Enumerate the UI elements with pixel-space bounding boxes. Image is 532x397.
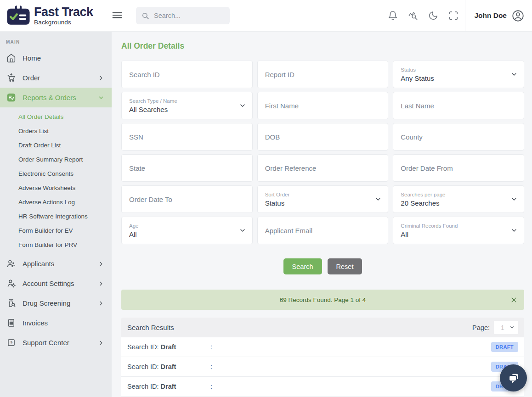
first-name-field[interactable]: [257, 92, 389, 119]
search-id-value: Draft: [161, 383, 176, 390]
sidebar-nav: MAIN Home Order R: [0, 32, 112, 397]
brand-logo[interactable]: Fast Track Backgrounds: [0, 0, 109, 31]
dark-mode-button[interactable]: [424, 7, 442, 25]
result-row[interactable]: Search ID: Draft : DRAFT: [121, 357, 524, 377]
submenu-item-electronic-consents[interactable]: Electronic Consents: [0, 167, 112, 181]
submenu-item-orders-list[interactable]: Orders List: [0, 124, 112, 138]
result-row[interactable]: Search ID: Draft : DRAFT: [121, 377, 524, 397]
sidebar-item-order[interactable]: Order: [0, 68, 112, 88]
applicants-icon: [6, 259, 16, 268]
ssn-field[interactable]: [121, 123, 253, 151]
applicant-email-field[interactable]: [257, 217, 389, 244]
main-content: All Order Details Status Any Status Sear…: [112, 32, 532, 397]
notifications-button[interactable]: [384, 7, 402, 25]
search-type-label: Search Type / Name: [129, 98, 245, 104]
status-select[interactable]: Status Any Status: [393, 61, 524, 88]
global-search-input[interactable]: [153, 11, 224, 20]
sidebar-item-invoices[interactable]: Invoices: [0, 313, 112, 333]
logo-text: Fast Track Backgrounds: [34, 6, 93, 26]
searches-per-page-value: 20 Searches: [401, 199, 516, 207]
search-id-cell: Search ID: Draft: [127, 363, 210, 370]
page-select[interactable]: 1: [494, 321, 518, 334]
chevron-down-icon: [98, 95, 104, 101]
chevron-down-icon: [239, 102, 246, 109]
submenu-item-hr-software-integrations[interactable]: HR Software Integrations: [0, 209, 112, 224]
global-search[interactable]: [136, 7, 230, 24]
search-id-label: Search ID:: [127, 363, 159, 370]
ssn-input[interactable]: [129, 133, 245, 141]
search-id-value: Draft: [161, 343, 176, 351]
searches-per-page-select[interactable]: Searches per page 20 Searches: [393, 185, 524, 213]
dob-field[interactable]: [257, 123, 389, 151]
sidebar-item-applicants[interactable]: Applicants: [0, 254, 112, 274]
page-title: All Order Details: [121, 41, 524, 51]
dob-input[interactable]: [265, 133, 381, 141]
order-date-from-input[interactable]: [401, 164, 516, 172]
menu-toggle-button[interactable]: [109, 7, 125, 24]
sidebar-item-drug-screening[interactable]: Drug Screening: [0, 293, 112, 313]
county-input[interactable]: [401, 133, 516, 141]
banner-close-button[interactable]: [508, 294, 519, 305]
fullscreen-button[interactable]: [444, 7, 462, 25]
sidebar-item-account-settings[interactable]: Account Settings: [0, 274, 112, 293]
page-control: Page: 1: [472, 321, 518, 334]
reset-button[interactable]: Reset: [328, 258, 362, 274]
support-icon: ?: [6, 338, 16, 347]
submenu-item-order-summary-report[interactable]: Order Summary Report: [0, 152, 112, 167]
search-button[interactable]: Search: [283, 258, 322, 274]
chevron-right-icon: [98, 261, 104, 267]
submenu-item-adverse-actions-log[interactable]: Adverse Actions Log: [0, 195, 112, 209]
activity-search-icon: [408, 11, 418, 21]
county-field[interactable]: [393, 123, 524, 151]
chevron-down-icon: [239, 227, 246, 234]
submenu-item-adverse-worksheets[interactable]: Adverse Worksheets: [0, 181, 112, 195]
sidebar-item-reports-orders[interactable]: Reports & Orders: [0, 88, 112, 107]
search-type-select[interactable]: Search Type / Name All Searches: [121, 92, 253, 119]
age-value: All: [129, 230, 245, 238]
svg-text:?: ?: [10, 341, 13, 345]
search-id-input[interactable]: [129, 71, 245, 78]
state-field[interactable]: [121, 154, 253, 182]
chevron-down-icon: [510, 227, 518, 234]
sidebar-item-label: Applicants: [23, 260, 91, 268]
order-reference-input[interactable]: [265, 164, 381, 172]
chat-widget-button[interactable]: [500, 364, 527, 391]
order-date-to-field[interactable]: [121, 185, 253, 213]
order-reference-field[interactable]: [257, 154, 389, 182]
submenu-item-form-builder-prv[interactable]: Form Builder for PRV: [0, 238, 112, 252]
sidebar-item-support-center[interactable]: ? Support Center: [0, 333, 112, 352]
submenu-item-all-order-details[interactable]: All Order Details: [0, 110, 112, 124]
criminal-records-select[interactable]: Criminal Records Found All: [393, 217, 524, 244]
sidebar-item-home[interactable]: Home: [0, 48, 112, 68]
order-date-to-input[interactable]: [129, 196, 245, 203]
result-row[interactable]: Search ID: Draft : DRAFT: [121, 337, 524, 357]
user-profile-menu[interactable]: John Doe: [465, 0, 532, 31]
criminal-records-value: All: [401, 230, 516, 238]
chevron-right-icon: [98, 75, 104, 81]
age-label: Age: [129, 223, 245, 229]
last-name-field[interactable]: [393, 92, 524, 119]
search-results-panel: Search Results Page: 1 Search ID: Draft …: [121, 318, 524, 397]
first-name-input[interactable]: [265, 102, 381, 110]
sidebar-item-label: Invoices: [23, 319, 104, 327]
state-input[interactable]: [129, 164, 245, 172]
name-colon: :: [210, 343, 212, 351]
report-id-field[interactable]: [257, 61, 389, 88]
report-id-input[interactable]: [265, 71, 381, 78]
submenu-item-form-builder-ev[interactable]: Form Builder for EV: [0, 224, 112, 238]
search-results-header: Search Results Page: 1: [121, 318, 524, 337]
searches-per-page-label: Searches per page: [401, 192, 516, 197]
age-select[interactable]: Age All: [121, 217, 253, 244]
activity-search-button[interactable]: [404, 7, 422, 25]
submenu-item-draft-order-list[interactable]: Draft Order List: [0, 138, 112, 152]
applicant-email-input[interactable]: [265, 227, 381, 235]
chevron-down-icon: [374, 196, 382, 203]
search-id-field[interactable]: [121, 61, 253, 88]
order-date-from-field[interactable]: [393, 154, 524, 182]
records-found-banner: 69 Records Found. Page 1 of 4: [121, 290, 524, 310]
search-icon: [141, 12, 149, 20]
sidebar-section-label: MAIN: [6, 39, 112, 45]
chevron-down-icon: [509, 324, 515, 330]
sort-order-select[interactable]: Sort Order Status: [257, 185, 389, 213]
last-name-input[interactable]: [401, 102, 516, 110]
